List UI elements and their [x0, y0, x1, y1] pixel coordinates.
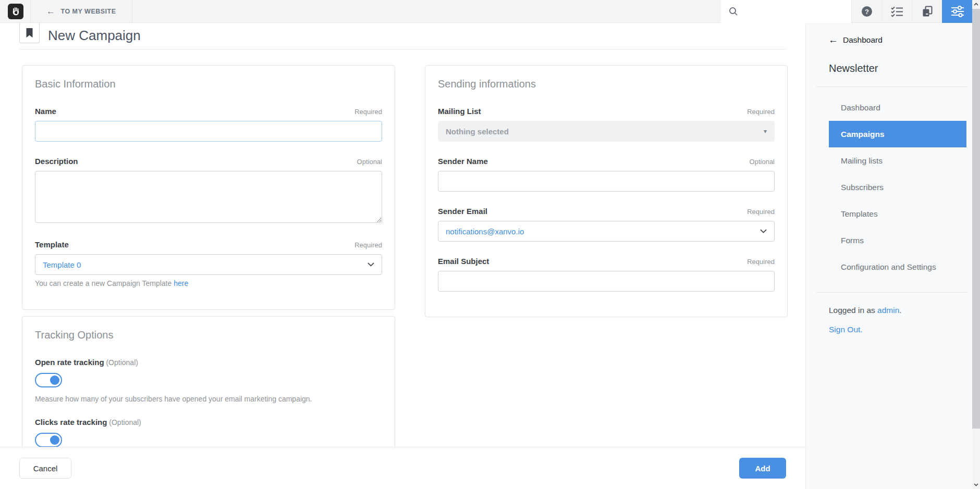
clicks-rate-tracking-toggle[interactable] [35, 433, 62, 447]
template-help-prefix: You can create a new Campaign Template [35, 279, 174, 287]
checklist-button[interactable] [881, 0, 912, 23]
email-subject-field-group: Email Subject Required [438, 257, 775, 292]
hand-logo-icon [10, 6, 21, 17]
basic-information-heading: Basic Information [35, 78, 382, 90]
help-button[interactable]: ? [851, 0, 881, 23]
sender-email-select-value: notifications@xanvo.io [446, 227, 524, 236]
name-field-group: Name Required [35, 107, 382, 142]
sidebar-item-templates[interactable]: Templates [829, 200, 966, 227]
chevron-down-icon [760, 229, 767, 233]
left-arrow-icon: ← [828, 34, 838, 46]
template-select-value: Template 0 [43, 260, 81, 269]
open-rate-help-text: Measure how many of your subscribers hav… [35, 395, 382, 403]
sidebar-item-dashboard[interactable]: Dashboard [829, 94, 966, 121]
description-textarea[interactable] [35, 171, 382, 223]
email-subject-required-badge: Required [747, 258, 775, 266]
sidebar-item-subscribers[interactable]: Subscribers [829, 174, 966, 200]
sidebar-item-mailing-lists[interactable]: Mailing lists [829, 147, 966, 174]
template-required-badge: Required [354, 241, 382, 249]
settings-sidebar: ← Dashboard Newsletter Dashboard Campaig… [805, 23, 972, 489]
logged-in-prefix: Logged in as [829, 306, 877, 315]
sending-informations-panel: Sending informations Mailing List Requir… [425, 65, 788, 317]
scrollbar-down-arrow[interactable] [972, 481, 980, 489]
mailing-list-select[interactable]: Nothing selected ▾ [438, 121, 775, 142]
tracking-options-heading: Tracking Options [35, 329, 382, 341]
svg-text:?: ? [865, 7, 869, 15]
search-icon [728, 6, 739, 17]
sidebar-menu: Dashboard Campaigns Mailing lists Subscr… [806, 94, 972, 280]
chevron-down-icon [974, 483, 978, 486]
copy-pages-icon [922, 6, 933, 17]
toggle-knob [50, 435, 59, 445]
checklist-icon [891, 6, 903, 17]
add-button[interactable]: Add [739, 458, 786, 479]
scrollbar-thumb[interactable] [972, 9, 980, 429]
logged-in-status: Logged in as admin. [829, 306, 972, 315]
mailing-list-label: Mailing List [438, 107, 481, 116]
sender-email-select[interactable]: notifications@xanvo.io [438, 221, 775, 242]
sidebar-item-forms[interactable]: Forms [829, 227, 966, 254]
concrete-cms-logo[interactable] [8, 4, 23, 19]
caret-down-icon: ▾ [764, 128, 767, 135]
cancel-button[interactable]: Cancel [19, 458, 71, 479]
name-input[interactable] [35, 121, 382, 142]
name-label: Name [35, 107, 56, 116]
sender-name-label: Sender Name [438, 157, 488, 166]
email-subject-input[interactable] [438, 271, 775, 292]
sidebar-back-dashboard[interactable]: ← Dashboard [828, 34, 972, 46]
page-header: New Campaign [0, 23, 805, 49]
bookmark-icon [26, 28, 33, 38]
name-required-badge: Required [354, 108, 382, 116]
page-title: New Campaign [48, 23, 141, 49]
open-rate-tracking-label: Open rate tracking (Optional) [35, 358, 382, 367]
open-rate-tracking-toggle[interactable] [35, 373, 62, 387]
clicks-rate-optional-badge: (Optional) [107, 418, 141, 427]
sender-email-label: Sender Email [438, 207, 487, 216]
sidebar-item-configuration[interactable]: Configuration and Settings [829, 254, 966, 280]
open-rate-label-text: Open rate tracking [35, 358, 104, 367]
mailing-list-select-value: Nothing selected [446, 127, 509, 136]
page-scrollbar[interactable] [972, 0, 980, 489]
clicks-rate-label-text: Clicks rate tracking [35, 418, 107, 427]
scrollbar-up-arrow[interactable] [972, 0, 980, 8]
email-subject-label: Email Subject [438, 257, 489, 266]
template-label: Template [35, 240, 69, 249]
global-search-input[interactable] [721, 0, 851, 23]
header-divider [19, 49, 786, 49]
sign-out-link[interactable]: Sign Out. [829, 325, 863, 334]
clicks-rate-tracking-label: Clicks rate tracking (Optional) [35, 418, 382, 427]
chevron-up-icon [974, 3, 978, 6]
sender-email-required-badge: Required [747, 208, 775, 216]
sidebar-item-campaigns[interactable]: Campaigns [829, 121, 966, 147]
template-select[interactable]: Template 0 [35, 254, 382, 275]
admin-user-link[interactable]: admin [877, 306, 899, 315]
sign-out-row: Sign Out. [829, 325, 972, 334]
toggle-knob [50, 375, 59, 385]
settings-sliders-icon [951, 5, 964, 18]
logged-in-suffix: . [899, 306, 901, 315]
create-template-link[interactable]: here [174, 279, 188, 287]
basic-information-panel: Basic Information Name Required Descript… [22, 65, 395, 310]
mailing-list-required-badge: Required [747, 108, 775, 116]
main-content: New Campaign Basic Information Name Requ… [0, 23, 805, 489]
sidebar-divider [816, 86, 967, 87]
sender-email-field-group: Sender Email Required notifications@xanv… [438, 207, 775, 242]
sending-informations-heading: Sending informations [438, 78, 775, 90]
template-help-text: You can create a new Campaign Template h… [35, 279, 382, 287]
sidebar-back-label: Dashboard [843, 35, 883, 45]
pages-button[interactable] [912, 0, 942, 23]
top-toolbar: ← TO MY WEBSITE ? [0, 0, 972, 23]
sender-name-input[interactable] [438, 171, 775, 192]
sender-name-optional-badge: Optional [750, 158, 775, 166]
to-my-website-button[interactable]: ← TO MY WEBSITE [30, 0, 132, 23]
left-arrow-icon: ← [46, 6, 56, 17]
description-optional-badge: Optional [357, 158, 382, 166]
bookmark-button[interactable] [19, 23, 40, 43]
form-action-bar: Cancel Add [0, 447, 805, 489]
mailing-list-field-group: Mailing List Required Nothing selected ▾ [438, 107, 775, 142]
to-my-website-label: TO MY WEBSITE [61, 8, 116, 15]
sidebar-section-title: Newsletter [829, 62, 972, 74]
settings-panel-button[interactable] [942, 0, 972, 23]
description-label: Description [35, 157, 78, 166]
template-field-group: Template Required Template 0 You can cre… [35, 240, 382, 287]
